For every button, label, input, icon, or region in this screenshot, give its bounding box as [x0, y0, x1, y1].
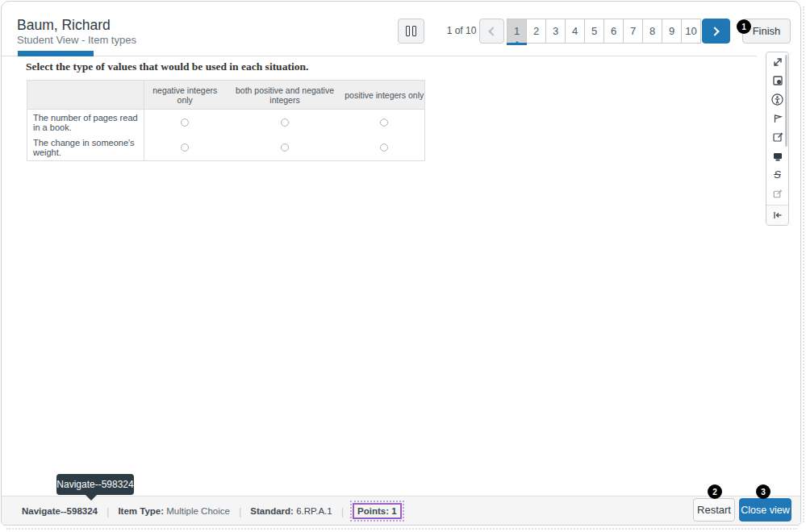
accommodations-toolbar: S — [766, 52, 789, 226]
annotation-badge-2: 2 — [708, 484, 722, 499]
pause-button[interactable] — [398, 19, 424, 44]
standard-label: Standard: — [250, 506, 294, 516]
page-button-8[interactable]: 8 — [642, 19, 662, 44]
previous-page-button[interactable] — [479, 19, 504, 44]
answer-matrix-table: negative integers onlyboth positive and … — [27, 80, 425, 161]
column-header: positive integers only — [345, 81, 425, 110]
pause-icon — [406, 26, 410, 36]
item-footer: Navigate--598324 | Item Type: Multiple C… — [2, 496, 800, 525]
chevron-left-icon — [488, 27, 497, 35]
progress-fill — [18, 51, 94, 56]
radio-row1-col3[interactable] — [380, 118, 388, 127]
page-counter: 1 of 10 — [437, 19, 486, 44]
divider: | — [239, 505, 241, 517]
chevron-right-icon — [710, 27, 719, 35]
annotation-badge-1: 1 — [737, 19, 751, 34]
table-header-row: negative integers onlyboth positive and … — [27, 81, 425, 110]
page-button-5[interactable]: 5 — [584, 19, 604, 44]
points-badge: Points: 1 — [353, 503, 402, 519]
table-row: The number of pages read in a book. — [27, 110, 425, 135]
column-header: both positive and negative integers — [226, 81, 345, 110]
window-edge-dotted-bottom — [6, 528, 797, 530]
row-label: The change in someone's weight. — [27, 135, 144, 161]
annotation-badge-3: 3 — [756, 484, 771, 499]
screen-icon[interactable] — [766, 147, 788, 165]
page-button-2[interactable]: 2 — [526, 19, 546, 44]
divider: | — [106, 505, 109, 517]
strikethrough-icon[interactable]: S — [766, 165, 788, 184]
question-prompt: Select the type of values that would be … — [26, 60, 308, 73]
window-edge-dotted-right — [803, 6, 804, 522]
student-name-title: Baum, Richard — [17, 17, 111, 34]
table-body: The number of pages read in a book.The c… — [27, 110, 425, 161]
next-page-button[interactable] — [702, 19, 730, 44]
item-metadata: Navigate--598324 | Item Type: Multiple C… — [22, 497, 402, 526]
radio-row2-col2[interactable] — [281, 143, 289, 152]
toolbar-scrollbar[interactable] — [785, 55, 787, 147]
standard-value: 6.RP.A.1 — [296, 506, 332, 516]
student-view-window: Baum, Richard Student View - Item types … — [1, 1, 801, 526]
eliminator-icon[interactable] — [766, 185, 788, 203]
page-button-7[interactable]: 7 — [623, 19, 643, 44]
row-label: The number of pages read in a book. — [27, 110, 144, 135]
item-id-label: Navigate--598324 — [22, 506, 98, 516]
table-corner-cell — [27, 81, 144, 110]
item-type-label: Item Type: — [118, 506, 164, 516]
page-button-4[interactable]: 4 — [565, 19, 585, 44]
page-button-1[interactable]: 1 — [507, 19, 527, 44]
pause-icon — [412, 26, 416, 36]
item-id-tooltip: Navigate--598324 — [56, 474, 134, 495]
restart-button[interactable]: Restart — [693, 498, 735, 522]
view-subtitle: Student View - Item types — [17, 34, 136, 46]
item-type-value: Multiple Choice — [166, 506, 230, 516]
progress-track — [2, 51, 757, 56]
radio-row1-col1[interactable] — [181, 118, 189, 127]
page-button-3[interactable]: 3 — [545, 19, 566, 44]
radio-row2-col1[interactable] — [181, 143, 189, 152]
table-row: The change in someone's weight. — [27, 135, 425, 161]
radio-row1-col2[interactable] — [281, 118, 289, 127]
page-button-10[interactable]: 10 — [681, 19, 701, 44]
page-buttons: 12345678910 — [507, 19, 701, 44]
close-view-button[interactable]: Close view — [739, 498, 791, 522]
column-header: negative integers only — [144, 81, 226, 110]
radio-row2-col3[interactable] — [380, 143, 388, 152]
divider: | — [341, 505, 344, 517]
page-button-9[interactable]: 9 — [662, 19, 682, 44]
collapse-left-icon[interactable] — [766, 206, 788, 225]
page-button-6[interactable]: 6 — [603, 19, 624, 44]
